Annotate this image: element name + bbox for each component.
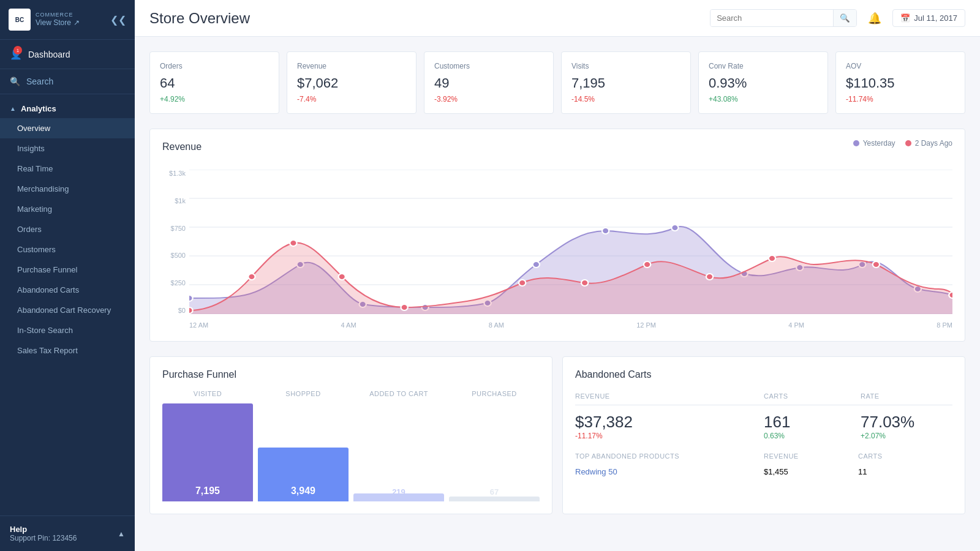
- svg-point-11: [533, 261, 540, 268]
- date-picker[interactable]: 📅 Jul 11, 2017: [892, 9, 965, 27]
- metric-change-customers: -3.92%: [434, 95, 543, 103]
- sidebar-item-dashboard[interactable]: 👤 1 Dashboard: [0, 40, 135, 69]
- funnel-col-purchased: PURCHASED 67: [449, 390, 540, 501]
- product-redwing-50-carts: 11: [858, 467, 952, 476]
- svg-point-24: [519, 280, 526, 286]
- bigcommerce-logo-icon: BC: [9, 9, 31, 31]
- sidebar-item-customers[interactable]: Customers: [0, 239, 135, 260]
- abandoned-revenue-change: -11.17%: [575, 432, 759, 440]
- search-icon: 🔍: [10, 77, 20, 86]
- sidebar-item-marketing[interactable]: Marketing: [0, 199, 135, 219]
- sidebar-item-abandoned-cart-recovery[interactable]: Abandoned Cart Recovery: [0, 300, 135, 320]
- sidebar-item-insights[interactable]: Insights: [0, 138, 135, 159]
- legend-dot-two-days-ago: [905, 140, 911, 146]
- funnel-bar-purchased: 67: [449, 497, 540, 501]
- topbar: Store Overview 🔍 🔔 📅 Jul 11, 2017: [135, 0, 980, 37]
- revenue-chart-section: Revenue Yesterday2 Days Ago $1.3k$1k$750…: [149, 129, 965, 342]
- metric-change-aov: -11.74%: [846, 95, 955, 103]
- metric-card-customers: Customers 49 -3.92%: [424, 51, 554, 114]
- purchase-funnel-section: Purchase Funnel VISITED 7,195 SHOPPED 3,…: [149, 356, 552, 514]
- sidebar-footer[interactable]: Help Support Pin: 123456 ▲: [0, 515, 135, 551]
- topbar-search-button[interactable]: 🔍: [833, 10, 856, 26]
- analytics-section-header[interactable]: ▲ Analytics: [0, 97, 135, 118]
- funnel-col-visited: VISITED 7,195: [162, 390, 253, 501]
- sidebar-item-sales-tax-report[interactable]: Sales Tax Report: [0, 340, 135, 361]
- bottom-row: Purchase Funnel VISITED 7,195 SHOPPED 3,…: [149, 356, 965, 514]
- funnel-bar-added: 219: [353, 493, 444, 501]
- sidebar-item-overview[interactable]: Overview: [0, 118, 135, 138]
- sidebar-logo: BC COMMERCE View Store ↗: [9, 9, 80, 31]
- metric-value-conv-rate: 0.93%: [709, 75, 818, 91]
- legend-item-yesterday: Yesterday: [853, 139, 895, 148]
- top-products-label: TOP ABANDONED PRODUCTS REVENUE CARTS: [575, 452, 952, 460]
- svg-point-30: [949, 292, 952, 298]
- legend-item-two-days-ago: 2 Days Ago: [905, 139, 952, 148]
- abandoned-revenue-header: REVENUE: [575, 392, 759, 400]
- abandoned-carts-title: Abandoned Carts: [575, 369, 952, 380]
- metric-change-conv-rate: +43.08%: [709, 95, 818, 103]
- purchase-funnel-title: Purchase Funnel: [162, 369, 540, 380]
- bell-icon: 🔔: [868, 12, 881, 24]
- product-redwing-50-link[interactable]: Redwing 50: [575, 467, 764, 476]
- metric-value-aov: $110.35: [846, 75, 955, 91]
- funnel-bar-wrap-added: 219: [353, 403, 444, 501]
- main-content: Store Overview 🔍 🔔 📅 Jul 11, 2017 Orders…: [135, 0, 980, 551]
- sidebar-item-real-time[interactable]: Real Time: [0, 159, 135, 179]
- metric-change-visits: -14.5%: [571, 95, 680, 103]
- metric-card-orders: Orders 64 +4.92%: [149, 51, 279, 114]
- content-area: Orders 64 +4.92% Revenue $7,062 -7.4% Cu…: [135, 37, 980, 551]
- analytics-nav-items: OverviewInsightsReal TimeMerchandisingMa…: [0, 118, 135, 361]
- sidebar: BC COMMERCE View Store ↗ ❮❮ 👤 1 Dashboar…: [0, 0, 135, 551]
- funnel-col-label-purchased: PURCHASED: [449, 390, 540, 397]
- sidebar-item-purchase-funnel[interactable]: Purchase Funnel: [0, 260, 135, 280]
- sidebar-item-in-store-search[interactable]: In-Store Search: [0, 320, 135, 340]
- funnel-col-label-added: ADDED TO CART: [353, 390, 444, 397]
- metric-label-customers: Customers: [434, 62, 543, 70]
- sidebar-item-abandoned-carts[interactable]: Abandoned Carts: [0, 280, 135, 300]
- sidebar-collapse-button[interactable]: ❮❮: [110, 14, 126, 26]
- product-redwing-50-revenue: $1,455: [764, 467, 858, 476]
- metric-label-aov: AOV: [846, 62, 955, 70]
- metric-label-revenue: Revenue: [297, 62, 406, 70]
- topbar-search-input[interactable]: [710, 10, 833, 26]
- legend-label-two-days-ago: 2 Days Ago: [915, 139, 952, 148]
- metric-value-visits: 7,195: [571, 75, 680, 91]
- legend-label-yesterday: Yesterday: [863, 139, 895, 148]
- sidebar-search-item[interactable]: 🔍 Search: [0, 69, 135, 94]
- chart-x-label: 8 AM: [489, 321, 504, 329]
- abandoned-rate-header: RATE: [861, 392, 952, 400]
- metric-label-orders: Orders: [160, 62, 269, 70]
- help-expand-icon: ▲: [118, 530, 125, 538]
- svg-point-12: [602, 228, 609, 234]
- chart-y-labels: $1.3k$1k$750$500$250$0: [162, 170, 189, 314]
- notification-button[interactable]: 🔔: [864, 8, 885, 29]
- metric-change-orders: +4.92%: [160, 95, 269, 103]
- view-store-link[interactable]: View Store ↗: [36, 18, 80, 27]
- sidebar-item-orders[interactable]: Orders: [0, 219, 135, 239]
- metric-card-conv-rate: Conv Rate 0.93% +43.08%: [698, 51, 828, 114]
- funnel-bar-visited: 7,195: [162, 403, 253, 501]
- top-product-row: Redwing 50 $1,455 11: [575, 465, 952, 479]
- funnel-col-added: ADDED TO CART 219: [353, 390, 444, 501]
- chart-y-label: $250: [171, 279, 186, 287]
- abandoned-rate-value: 77.03%: [861, 413, 952, 432]
- topbar-search-box: 🔍: [710, 9, 857, 27]
- revenue-chart-title: Revenue: [162, 141, 202, 152]
- metric-card-aov: AOV $110.35 -11.74%: [835, 51, 965, 114]
- funnel-bar-wrap-purchased: 67: [449, 403, 540, 501]
- funnel-col-label-visited: VISITED: [162, 390, 253, 397]
- svg-point-29: [873, 261, 880, 268]
- chart-x-labels: 12 AM4 AM8 AM12 PM4 PM8 PM: [189, 321, 952, 329]
- abandoned-carts-count: 161: [764, 413, 856, 432]
- search-icon: 🔍: [840, 13, 850, 23]
- chart-y-label: $0: [178, 307, 186, 314]
- chart-y-label: $1.3k: [169, 170, 186, 177]
- sidebar-item-merchandising[interactable]: Merchandising: [0, 179, 135, 199]
- chart-y-label: $750: [171, 225, 186, 232]
- metric-change-revenue: -7.4%: [297, 95, 406, 103]
- chart-x-label: 12 AM: [189, 321, 208, 329]
- chart-x-label: 8 PM: [937, 321, 952, 329]
- chart-x-label: 4 PM: [788, 321, 804, 329]
- abandoned-carts-header: REVENUE CARTS RATE: [575, 390, 952, 405]
- topbar-right: 🔍 🔔 📅 Jul 11, 2017: [710, 8, 965, 29]
